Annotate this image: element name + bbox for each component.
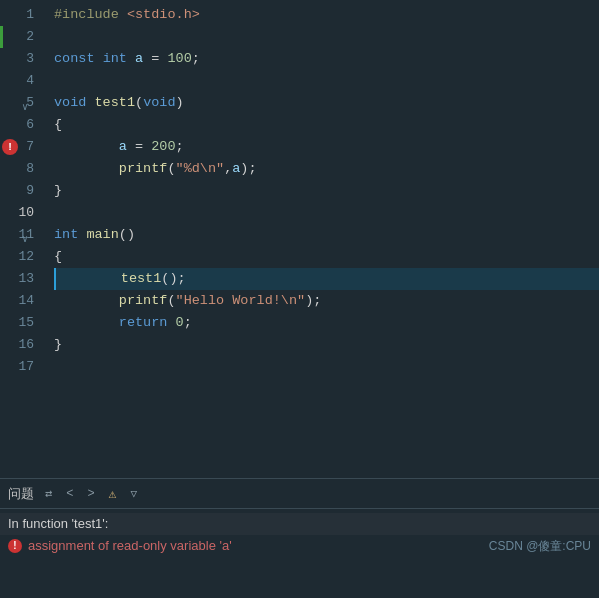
code-line-2: [54, 26, 599, 48]
code-line-6: {: [54, 114, 599, 136]
panel-error-dot: !: [8, 539, 22, 553]
line-num-13: 13: [0, 268, 42, 290]
code-line-14: printf("Hello World!\n");: [54, 290, 599, 312]
code-line-5: void test1(void): [54, 92, 599, 114]
code-line-7: a = 200;: [54, 136, 599, 158]
line-num-7: ! 7: [0, 136, 42, 158]
code-line-17: [54, 356, 599, 378]
line-num-16: 16: [0, 334, 42, 356]
panel-title: 问题: [8, 485, 34, 503]
panel-row-header: In function 'test1':: [0, 513, 599, 535]
code-line-4: [54, 70, 599, 92]
line-gutter: 1 2 3 4 ∨ 5 6 ! 7 8 9: [0, 0, 50, 478]
code-line-15: return 0;: [54, 312, 599, 334]
line-num-2: 2: [0, 26, 42, 48]
panel-icon-warning[interactable]: ⚠: [106, 484, 120, 504]
line-num-11: ∨ 11: [0, 224, 42, 246]
line-num-5: ∨ 5: [0, 92, 42, 114]
code-line-11: int main(): [54, 224, 599, 246]
line-num-1: 1: [0, 4, 42, 26]
line-num-6: 6: [0, 114, 42, 136]
code-line-10: [54, 202, 599, 224]
panel-header: 问题 ⇄ < > ⚠ ▽: [0, 479, 599, 509]
line-num-14: 14: [0, 290, 42, 312]
code-area: 1 2 3 4 ∨ 5 6 ! 7 8 9: [0, 0, 599, 478]
error-indicator-7: !: [2, 139, 18, 155]
code-line-12: {: [54, 246, 599, 268]
line-num-4: 4: [0, 70, 42, 92]
panel-icon-transfer[interactable]: ⇄: [42, 484, 55, 503]
bottom-panel: 问题 ⇄ < > ⚠ ▽ In function 'test1': ! assi…: [0, 478, 599, 598]
code-line-13: test1();: [54, 268, 599, 290]
line-num-9: 9: [0, 180, 42, 202]
panel-source: CSDN @傻童:CPU: [489, 535, 591, 557]
code-line-9: }: [54, 180, 599, 202]
code-line-16: }: [54, 334, 599, 356]
panel-icon-prev[interactable]: <: [63, 485, 76, 503]
line-num-15: 15: [0, 312, 42, 334]
panel-icon-filter[interactable]: ▽: [127, 485, 140, 502]
line-num-17: 17: [0, 356, 42, 378]
line-num-8: 8: [0, 158, 42, 180]
code-line-3: const int a = 100;: [54, 48, 599, 70]
code-lines: #include <stdio.h> const int a = 100; vo…: [50, 0, 599, 478]
line-num-12: 12: [0, 246, 42, 268]
panel-row-error: ! assignment of read-only variable 'a' C…: [0, 535, 599, 557]
code-line-8: printf("%d\n",a);: [54, 158, 599, 180]
line-num-10: 10: [0, 202, 42, 224]
panel-header-text: In function 'test1':: [8, 513, 108, 535]
code-line-1: #include <stdio.h>: [54, 4, 599, 26]
panel-error-text: assignment of read-only variable 'a': [28, 535, 232, 557]
panel-content: In function 'test1': ! assignment of rea…: [0, 509, 599, 598]
editor-container: 1 2 3 4 ∨ 5 6 ! 7 8 9: [0, 0, 599, 598]
line-num-3: 3: [0, 48, 42, 70]
panel-icon-next[interactable]: >: [84, 485, 97, 503]
